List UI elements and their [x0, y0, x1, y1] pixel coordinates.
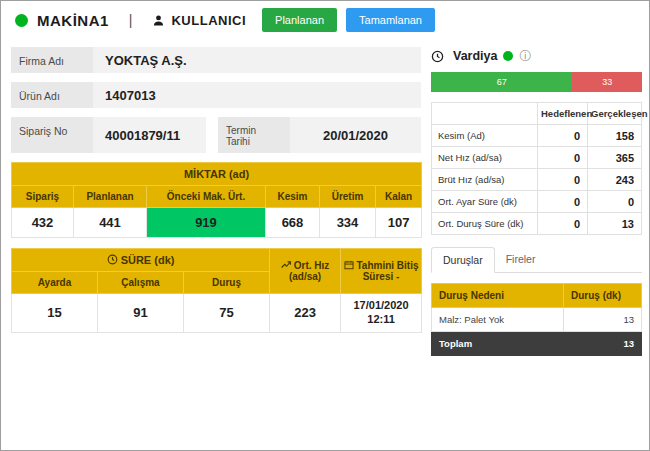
user-icon	[152, 14, 165, 27]
vardiya-title: Vardiya	[453, 49, 497, 63]
kpi-target: 0	[538, 147, 588, 169]
clock-icon	[107, 254, 118, 265]
vardiya-clock-icon	[431, 50, 444, 63]
sure-title-row: SÜRE (dk) Ort. Hız (ad/sa) Tahmini Bitiş…	[12, 249, 422, 272]
vardiya-status-dot	[503, 51, 513, 61]
sure-value-row: 15 91 75 223 17/01/2020 12:11	[12, 294, 422, 333]
sure-val-ayarda: 15	[12, 294, 98, 333]
sure-val-durus: 75	[184, 294, 270, 333]
info-icon[interactable]: ⓘ	[519, 50, 531, 62]
right-tabs: Duruşlar Fireler	[431, 247, 642, 273]
durus-header-nedeni: Duruş Nedeni	[432, 284, 564, 308]
kpi-actual: 243	[588, 169, 642, 191]
vardiya-kpi-table: Hedeflenen Gerçekleşen Kesim (Ad) 0 158 …	[431, 102, 642, 235]
sure-table: SÜRE (dk) Ort. Hız (ad/sa) Tahmini Bitiş…	[11, 248, 422, 333]
progress-red-value: 33	[602, 77, 612, 87]
left-panel: Firma Adı YOKTAŞ A.Ş. Ürün Adı 1407013 S…	[11, 47, 421, 333]
dashboard-page: MAKİNA1 | KULLANICI Planlanan Tamamlanan…	[0, 0, 650, 451]
tab-duruslar[interactable]: Duruşlar	[431, 247, 495, 273]
durus-header-row: Duruş Nedeni Duruş (dk)	[432, 284, 642, 308]
right-panel: Vardiya ⓘ 67 33 Hedeflenen Gerçekleşen K…	[431, 47, 642, 356]
header-separator: |	[129, 12, 133, 28]
firma-adi-label: Firma Adı	[11, 47, 93, 73]
durus-toplam-row: Toplam 13	[432, 332, 642, 356]
kpi-actual: 13	[588, 213, 642, 235]
miktar-title: MİKTAR (ad)	[12, 163, 422, 186]
tamamlanan-button[interactable]: Tamamlanan	[346, 8, 435, 32]
kpi-label: Brüt Hız (ad/sa)	[432, 169, 538, 191]
kpi-target: 0	[538, 191, 588, 213]
kpi-header-row: Hedeflenen Gerçekleşen	[432, 103, 642, 125]
sure-col-calisma: Çalışma	[98, 272, 184, 294]
calendar-icon	[344, 260, 354, 270]
durus-header-dk: Duruş (dk)	[564, 284, 642, 308]
vardiya-progress-green: 67	[431, 72, 572, 92]
kpi-row-ayar-sure: Ort. Ayar Süre (dk) 0 0	[432, 191, 642, 213]
miktar-col-planlanan: Planlanan	[74, 186, 147, 208]
kpi-actual: 0	[588, 191, 642, 213]
termin-tarihi-value: 20/01/2020	[290, 117, 421, 153]
bitis-date: 17/01/2020	[343, 299, 419, 313]
bitis-time: 12:11	[343, 313, 419, 327]
toplam-label: Toplam	[432, 332, 564, 356]
urun-adi-label: Ürün Adı	[11, 82, 93, 108]
durus-table: Duruş Nedeni Duruş (dk) Malz: Palet Yok …	[431, 283, 642, 356]
kpi-actual: 158	[588, 125, 642, 147]
siparis-no-label: Sipariş No	[11, 117, 93, 153]
sure-col-ayarda: Ayarda	[12, 272, 98, 294]
sure-bitis-header: Tahmini Bitiş Süresi -	[357, 260, 419, 282]
header-bar: MAKİNA1 | KULLANICI Planlanan Tamamlanan	[1, 1, 649, 39]
miktar-header-row: Sipariş Planlanan Önceki Mak. Ürt. Kesim…	[12, 186, 422, 208]
progress-green-value: 67	[497, 77, 507, 87]
miktar-col-kesim: Kesim	[266, 186, 320, 208]
sure-col-durus: Duruş	[184, 272, 270, 294]
miktar-val-planlanan: 441	[74, 208, 147, 238]
toplam-value: 13	[564, 332, 642, 356]
main-content: Firma Adı YOKTAŞ A.Ş. Ürün Adı 1407013 S…	[1, 39, 649, 356]
vardiya-header: Vardiya ⓘ	[431, 49, 642, 63]
kpi-target: 0	[538, 169, 588, 191]
kpi-header-actual: Gerçekleşen	[588, 103, 642, 125]
miktar-col-kalan: Kalan	[376, 186, 422, 208]
sure-hiz-header: Ort. Hız (ad/sa)	[289, 260, 329, 282]
miktar-val-siparis: 432	[12, 208, 74, 238]
tab-fireler[interactable]: Fireler	[495, 247, 547, 272]
planlanan-button[interactable]: Planlanan	[262, 8, 337, 32]
urun-row: Ürün Adı 1407013	[11, 82, 421, 108]
spacer	[206, 117, 218, 153]
sure-val-calisma: 91	[98, 294, 184, 333]
header-buttons: Planlanan Tamamlanan	[262, 8, 435, 32]
termin-tarihi-label: Termin Tarihi	[218, 117, 290, 153]
miktar-val-kesim: 668	[266, 208, 320, 238]
sure-val-bitis: 17/01/2020 12:11	[341, 294, 422, 333]
kpi-label: Ort. Ayar Süre (dk)	[432, 191, 538, 213]
kpi-label: Net Hız (ad/sa)	[432, 147, 538, 169]
sure-val-hiz: 223	[270, 294, 341, 333]
kpi-target: 0	[538, 125, 588, 147]
miktar-val-onceki: 919	[147, 208, 266, 238]
kpi-row-kesim: Kesim (Ad) 0 158	[432, 125, 642, 147]
miktar-col-siparis: Sipariş	[12, 186, 74, 208]
urun-adi-value: 1407013	[93, 82, 421, 108]
siparis-no-value: 40001879/11	[93, 117, 206, 153]
kpi-row-brut-hiz: Brüt Hız (ad/sa) 0 243	[432, 169, 642, 191]
firma-adi-value: YOKTAŞ A.Ş.	[93, 47, 421, 73]
kpi-target: 0	[538, 213, 588, 235]
vardiya-progress-bar: 67 33	[431, 72, 642, 92]
durus-dk: 13	[564, 308, 642, 332]
miktar-val-uretim: 334	[320, 208, 376, 238]
user-name: KULLANICI	[171, 13, 246, 28]
vardiya-progress-red: 33	[572, 72, 642, 92]
kpi-corner	[432, 103, 538, 125]
kpi-row-durus-sure: Ort. Duruş Süre (dk) 0 13	[432, 213, 642, 235]
miktar-table: MİKTAR (ad) Sipariş Planlanan Önceki Mak…	[11, 162, 422, 238]
speed-trend-icon	[281, 260, 291, 270]
machine-name: MAKİNA1	[37, 12, 109, 29]
miktar-value-row: 432 441 919 668 334 107	[12, 208, 422, 238]
kpi-label: Kesim (Ad)	[432, 125, 538, 147]
durus-nedeni: Malz: Palet Yok	[432, 308, 564, 332]
machine-status-dot	[15, 14, 28, 27]
firma-row: Firma Adı YOKTAŞ A.Ş.	[11, 47, 421, 73]
siparis-termin-row: Sipariş No 40001879/11 Termin Tarihi 20/…	[11, 117, 421, 153]
kpi-actual: 365	[588, 147, 642, 169]
